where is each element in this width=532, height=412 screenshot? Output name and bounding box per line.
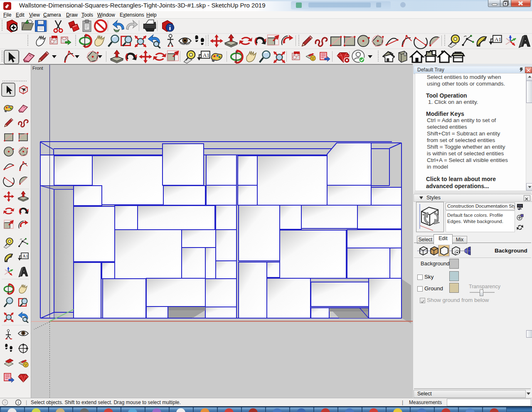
svg-text:Background: Background xyxy=(495,248,527,254)
svg-text:i: i xyxy=(18,400,19,405)
svg-text:?: ? xyxy=(4,401,6,405)
